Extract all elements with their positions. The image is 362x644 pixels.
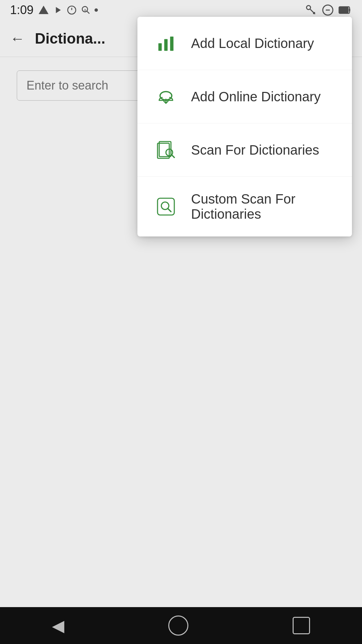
bar-chart-icon — [154, 32, 178, 55]
menu-label-add-local: Add Local Dictionary — [191, 36, 314, 51]
menu-item-custom-scan[interactable]: Custom Scan For Dictionaries — [137, 177, 352, 236]
cloud-download-icon — [154, 85, 178, 108]
scan-icon — [154, 138, 178, 162]
menu-item-add-local[interactable]: Add Local Dictionary — [137, 17, 352, 70]
svg-rect-12 — [170, 37, 174, 51]
custom-scan-icon — [154, 195, 178, 218]
svg-line-20 — [168, 209, 171, 212]
menu-item-scan[interactable]: Scan For Dictionaries — [137, 123, 352, 177]
menu-label-scan: Scan For Dictionaries — [191, 143, 319, 158]
menu-label-add-online: Add Online Dictionary — [191, 89, 321, 104]
svg-line-17 — [172, 155, 175, 158]
svg-rect-18 — [158, 198, 174, 215]
menu-item-add-online[interactable]: Add Online Dictionary — [137, 70, 352, 123]
dropdown-menu: Add Local Dictionary Add Online Dictiona… — [137, 17, 352, 236]
menu-label-custom-scan: Custom Scan For Dictionaries — [191, 192, 335, 222]
svg-rect-10 — [159, 43, 162, 51]
svg-rect-11 — [164, 39, 168, 51]
